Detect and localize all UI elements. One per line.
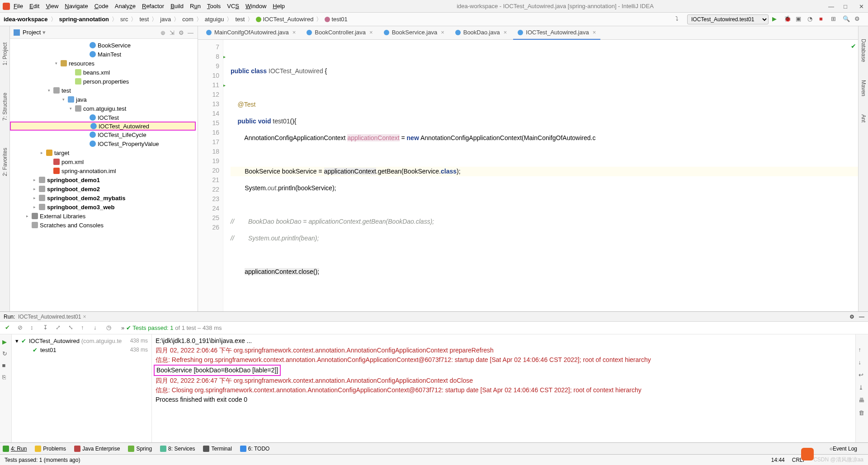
run-config-label: IOCTest_Autowired.test01 <box>18 314 81 320</box>
close-button[interactable]: ✕ <box>859 3 865 9</box>
breadcrumb-testpkg[interactable]: test <box>235 16 245 23</box>
tab-services[interactable]: 8: Services <box>160 446 195 452</box>
tests-summary: » ✔ Tests passed: 1 of 1 test – 438 ms <box>121 324 222 331</box>
close-icon[interactable]: × <box>292 29 296 36</box>
sort-button[interactable]: ↕ <box>30 324 38 332</box>
tab-ant[interactable]: Ant <box>860 114 867 122</box>
breadcrumb-method[interactable]: test01 <box>331 16 347 23</box>
tab-terminal[interactable]: Terminal <box>203 446 231 452</box>
dump-button[interactable]: ⎘ <box>2 374 9 381</box>
caret-position[interactable]: 14:44 <box>771 457 785 463</box>
stop-button[interactable]: ■ <box>819 15 827 23</box>
maximize-button[interactable]: □ <box>844 3 850 9</box>
breadcrumb-java[interactable]: java <box>160 16 171 23</box>
status-text: Tests passed: 1 (moments ago) <box>5 457 80 463</box>
stop-tests-button[interactable]: ■ <box>2 362 9 369</box>
inspections-ok-icon[interactable]: ✔ <box>851 42 856 50</box>
down-stack-button[interactable]: ↓ <box>859 359 866 366</box>
sort-abc-button[interactable]: ↧ <box>43 324 51 332</box>
hide-run-button[interactable]: — <box>859 314 864 320</box>
menu-view[interactable]: View <box>46 3 58 9</box>
tab-1[interactable]: BookController.java× <box>302 26 377 40</box>
debug-button[interactable]: 🐞 <box>784 15 792 23</box>
down-button[interactable]: ↓ <box>94 324 102 332</box>
event-log-button[interactable]: ○ Event Log <box>830 446 857 452</box>
breadcrumb-class[interactable]: IOCTest_Autowired <box>263 16 313 23</box>
tab-3[interactable]: BookDao.java× <box>451 26 512 40</box>
tab-project[interactable]: 1: Project <box>2 42 8 66</box>
menu-window[interactable]: Window <box>245 3 266 9</box>
menu-code[interactable]: Code <box>94 3 108 9</box>
menu-run[interactable]: Run <box>190 3 201 9</box>
hide-button[interactable]: — <box>188 29 194 36</box>
tab-problems[interactable]: Problems <box>35 446 66 452</box>
menu-analyze[interactable]: Analyze <box>115 3 136 9</box>
run-button[interactable]: ▶ <box>772 15 780 23</box>
breadcrumb-atguigu[interactable]: atguigu <box>205 16 224 23</box>
tab-database[interactable]: Database <box>860 39 867 62</box>
toggle-autotest-button[interactable]: ↻ <box>2 350 9 357</box>
show-passed-button[interactable]: ✔ <box>5 324 13 332</box>
menu-build[interactable]: Build <box>170 3 184 9</box>
coverage-button[interactable]: ▣ <box>796 15 804 23</box>
print-button[interactable]: 🖶 <box>859 397 866 404</box>
code-content[interactable]: public class IOCTest_Autowired { @Test p… <box>223 40 858 311</box>
tab-2[interactable]: BookService.java× <box>379 26 449 40</box>
console-output[interactable]: E:\jdk\jdk1.8.0_191\bin\java.exe ... 四月 … <box>152 334 855 442</box>
soft-wrap-button[interactable]: ↩ <box>859 371 866 379</box>
show-ignored-button[interactable]: ⊘ <box>18 324 26 332</box>
code-editor[interactable]: 7891011121314151617181920212223242526 pu… <box>198 40 858 311</box>
method-icon <box>325 17 330 22</box>
menu-file[interactable]: File <box>14 3 23 9</box>
editor-area: MainConifgOfAutowired.java× BookControll… <box>198 26 858 311</box>
collapse-button[interactable]: ⤡ <box>68 324 76 332</box>
settings-icon[interactable]: ⚙ <box>179 29 185 36</box>
build-button[interactable]: ⤵ <box>675 15 684 23</box>
search-everywhere-button[interactable]: 🔍 <box>843 15 851 23</box>
menu-tools[interactable]: Tools <box>207 3 221 9</box>
run-config-select[interactable]: IOCTest_Autowired.test01 <box>687 14 769 24</box>
clear-button[interactable]: 🗑 <box>859 409 866 417</box>
console-toolbar: ↑ ↓ ↩ ⤓ 🖶 🗑 <box>855 334 868 442</box>
tab-maven[interactable]: Maven <box>860 80 867 96</box>
menu-navigate[interactable]: Navigate <box>65 3 88 9</box>
breadcrumb-src[interactable]: src <box>120 16 128 23</box>
history-button[interactable]: ◷ <box>106 324 114 332</box>
gear-icon[interactable]: ⚙ <box>849 314 854 320</box>
expand-all-button[interactable]: ⇲ <box>170 29 176 36</box>
menu-edit[interactable]: Edit <box>29 3 39 9</box>
right-tool-strip: Database Maven Ant <box>858 26 868 311</box>
tab-favorites[interactable]: 2: Favorites <box>2 148 8 176</box>
breadcrumb-test[interactable]: test <box>139 16 149 23</box>
breadcrumb-module[interactable]: spring-annotation <box>59 16 109 23</box>
expand-button[interactable]: ⤢ <box>56 324 64 332</box>
up-button[interactable]: ↑ <box>81 324 89 332</box>
tab-jee[interactable]: Java Enterprise <box>74 446 120 452</box>
menu-help[interactable]: Help <box>273 3 285 9</box>
tab-todo[interactable]: 6: TODO <box>240 446 270 452</box>
rerun-button[interactable]: ▶ <box>2 338 9 346</box>
up-stack-button[interactable]: ↑ <box>859 346 866 353</box>
watermark: CSDN @清风微凉aa <box>813 456 863 464</box>
settings-button[interactable]: ⚙ <box>854 15 863 23</box>
profile-button[interactable]: ◔ <box>807 15 816 23</box>
breadcrumb-com[interactable]: com <box>182 16 193 23</box>
menu-refactor[interactable]: Refactor <box>142 3 164 9</box>
breadcrumb-root[interactable]: idea-workspace <box>4 16 48 23</box>
tab-run-bottom[interactable]: 4: Run <box>3 446 27 452</box>
sogou-ime-icon <box>801 448 814 460</box>
gutter[interactable]: 7891011121314151617181920212223242526 <box>198 40 223 311</box>
tab-0[interactable]: MainConifgOfAutowired.java× <box>202 26 300 40</box>
tab-structure[interactable]: 7: Structure <box>2 93 8 121</box>
scroll-end-button[interactable]: ⤓ <box>859 384 866 391</box>
navigation-bar: idea-workspace 〉 spring-annotation 〉 src… <box>0 13 868 26</box>
minimize-button[interactable]: — <box>828 3 835 9</box>
structure-button[interactable]: ⊞ <box>831 15 839 23</box>
test-tree[interactable]: ▾✔IOCTest_Autowired (com.atguigu.te438 m… <box>12 334 152 442</box>
project-tree[interactable]: BookService MainTest ▾resources beans.xm… <box>10 39 198 311</box>
menu-vcs[interactable]: VCS <box>227 3 239 9</box>
tab-spring[interactable]: Spring <box>128 446 152 452</box>
locate-button[interactable]: ⊕ <box>160 29 167 36</box>
tab-4[interactable]: IOCTest_Autowired.java× <box>513 26 600 40</box>
highlighted-output: BookService [bookDao=BookDao [lable=2]] <box>154 365 281 376</box>
